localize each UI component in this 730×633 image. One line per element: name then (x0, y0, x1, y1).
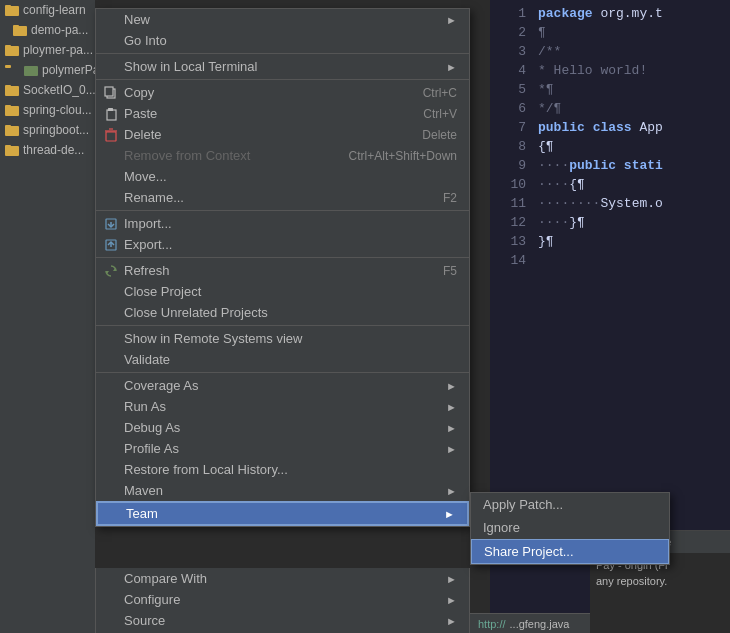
menu-item-remove-context: Remove from Context Ctrl+Alt+Shift+Down (96, 145, 469, 166)
code-line: 12 ····}¶ (490, 213, 730, 232)
submenu-item-apply-patch[interactable]: Apply Patch... (471, 493, 669, 516)
code-line: 9 ····public stati (490, 156, 730, 175)
menu-item-export[interactable]: Export... (96, 234, 469, 255)
menu-item-close-project[interactable]: Close Project (96, 281, 469, 302)
svg-rect-21 (106, 132, 116, 141)
menu-item-delete[interactable]: Delete Delete (96, 124, 469, 145)
tree-item[interactable]: SocketIO_0... (0, 80, 95, 100)
code-line: 13 }¶ (490, 232, 730, 251)
menu-label: Configure (124, 592, 180, 607)
menu-label: Rename... (124, 190, 184, 205)
submenu-label: Apply Patch... (483, 497, 563, 512)
folder-icon (4, 2, 20, 18)
code-line: 8 {¶ (490, 137, 730, 156)
submenu-item-share-project[interactable]: Share Project... (471, 539, 669, 564)
tree-item[interactable]: config-learn (0, 0, 95, 20)
svg-rect-5 (5, 45, 11, 48)
menu-label: Compare With (124, 571, 207, 586)
menu-separator (96, 210, 469, 211)
tree-item[interactable]: spring-clou... (0, 100, 95, 120)
menu-label: Source (124, 613, 165, 628)
code-line: 7 public class App (490, 118, 730, 137)
menu-item-run-as[interactable]: Run As ► (96, 396, 469, 417)
menu-item-restore[interactable]: Restore from Local History... (96, 459, 469, 480)
folder-icon (4, 42, 20, 58)
menu-label: Close Unrelated Projects (124, 305, 268, 320)
menu-item-configure[interactable]: Configure ► (96, 589, 469, 610)
shortcut-label: F2 (443, 191, 457, 205)
folder-icon (12, 22, 28, 38)
context-menu: New ► Go Into Show in Local Terminal ► C… (95, 8, 470, 527)
line-number: 5 (498, 80, 526, 99)
menu-item-rename[interactable]: Rename... F2 (96, 187, 469, 208)
menu-item-validate[interactable]: Validate (96, 349, 469, 370)
menu-item-source[interactable]: Source ► (96, 610, 469, 631)
menu-item-show-remote[interactable]: Show in Remote Systems view (96, 328, 469, 349)
menu-item-show-terminal[interactable]: Show in Local Terminal ► (96, 56, 469, 77)
line-number: 6 (498, 99, 526, 118)
menu-item-maven[interactable]: Maven ► (96, 480, 469, 501)
menu-item-copy[interactable]: Copy Ctrl+C (96, 82, 469, 103)
menu-label: Move... (124, 169, 167, 184)
menu-item-new[interactable]: New ► (96, 9, 469, 30)
folder-icon (4, 102, 20, 118)
code-line: 14 (490, 251, 730, 270)
svg-rect-8 (24, 66, 38, 76)
submenu-label: Share Project... (484, 544, 574, 559)
line-number: 9 (498, 156, 526, 175)
submenu-item-ignore[interactable]: Ignore (471, 516, 669, 539)
menu-label: Remove from Context (124, 148, 250, 163)
menu-label: Coverage As (124, 378, 198, 393)
svg-rect-10 (5, 85, 11, 88)
menu-item-refresh[interactable]: Refresh F5 (96, 260, 469, 281)
line-number: 11 (498, 194, 526, 213)
menu-separator (96, 79, 469, 80)
folder-icon (4, 142, 20, 158)
menu-item-paste[interactable]: Paste Ctrl+V (96, 103, 469, 124)
folder-icon (4, 82, 20, 98)
svg-rect-19 (107, 110, 116, 120)
arrow-icon: ► (444, 508, 455, 520)
menu-item-close-unrelated[interactable]: Close Unrelated Projects (96, 302, 469, 323)
menu-item-profile-as[interactable]: Profile As ► (96, 438, 469, 459)
shortcut-label: F5 (443, 264, 457, 278)
menu-item-coverage[interactable]: Coverage As ► (96, 375, 469, 396)
arrow-icon: ► (446, 422, 457, 434)
menu-label: Export... (124, 237, 172, 252)
arrow-icon: ► (446, 380, 457, 392)
menu-item-go-into[interactable]: Go Into (96, 30, 469, 51)
menu-label: Copy (124, 85, 154, 100)
menu-label: Maven (124, 483, 163, 498)
menu-label: Restore from Local History... (124, 462, 288, 477)
menu-separator (96, 53, 469, 54)
menu-item-compare[interactable]: Compare With ► (96, 568, 469, 589)
shortcut-label: Ctrl+C (423, 86, 457, 100)
arrow-icon: ► (446, 401, 457, 413)
tree-item[interactable]: demo-pa... (0, 20, 95, 40)
delete-icon (102, 127, 120, 143)
menu-separator (96, 325, 469, 326)
menu-label: Go Into (124, 33, 167, 48)
menu-label: Delete (124, 127, 162, 142)
code-line: 5 *¶ (490, 80, 730, 99)
folder-icon (4, 62, 20, 78)
tree-item[interactable]: polymerPay (0, 60, 95, 80)
arrow-icon: ► (446, 573, 457, 585)
copy-icon (102, 85, 120, 101)
menu-item-move[interactable]: Move... (96, 166, 469, 187)
code-line: 11 ········System.o (490, 194, 730, 213)
menu-item-import[interactable]: Import... (96, 213, 469, 234)
menu-label: Show in Local Terminal (124, 59, 257, 74)
line-number: 4 (498, 61, 526, 80)
line-number: 1 (498, 4, 526, 23)
arrow-icon: ► (446, 443, 457, 455)
line-number: 12 (498, 213, 526, 232)
code-line: 6 */¶ (490, 99, 730, 118)
tree-item[interactable]: springboot... (0, 120, 95, 140)
tree-item[interactable]: ploymer-pa... (0, 40, 95, 60)
menu-item-team[interactable]: Team ► (96, 501, 469, 526)
menu-separator (96, 372, 469, 373)
tree-item[interactable]: thread-de... (0, 140, 95, 160)
menu-item-debug-as[interactable]: Debug As ► (96, 417, 469, 438)
menu-label: Profile As (124, 441, 179, 456)
